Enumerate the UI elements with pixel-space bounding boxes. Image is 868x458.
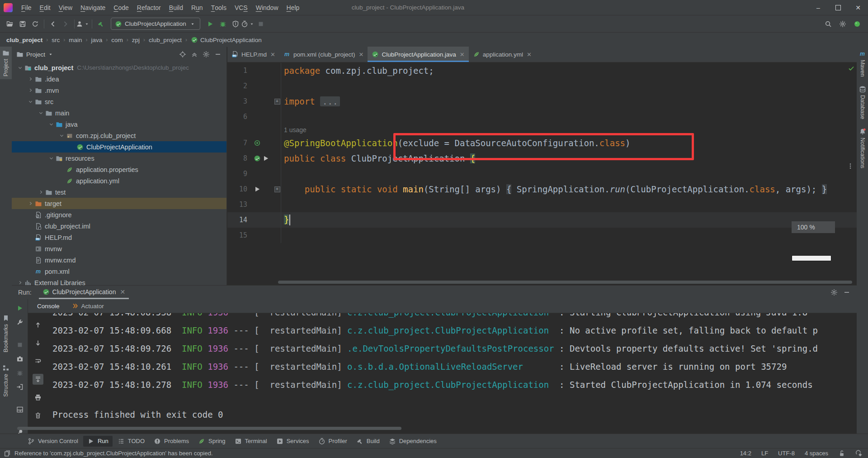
chevron-right-icon[interactable] xyxy=(27,201,34,206)
hide-panel-button[interactable] xyxy=(212,49,224,60)
toolwindow-dependencies[interactable]: Dependencies xyxy=(385,436,441,447)
hammer-button[interactable] xyxy=(94,18,107,30)
toolwindow-build[interactable]: Build xyxy=(352,436,384,447)
line-separator[interactable]: LF xyxy=(761,450,768,457)
close-button[interactable]: ✕ xyxy=(848,0,868,15)
menu-edit[interactable]: Edit xyxy=(36,0,55,15)
sidebar-item-maven[interactable]: m Maven xyxy=(857,50,868,77)
save-button[interactable] xyxy=(16,18,29,30)
tree-item-external-libraries[interactable]: External Libraries xyxy=(12,277,226,285)
open-button[interactable] xyxy=(4,18,16,30)
close-icon[interactable]: ✕ xyxy=(359,51,363,58)
chevron-right-icon[interactable] xyxy=(27,88,34,93)
menu-code[interactable]: Code xyxy=(109,0,132,15)
breadcrumb-item[interactable]: com xyxy=(110,37,124,43)
search-button[interactable] xyxy=(822,18,835,30)
tree-item-src[interactable]: src xyxy=(12,96,226,107)
chevron-right-icon[interactable] xyxy=(37,190,45,195)
tab-pom-xml-club-project-[interactable]: mpom.xml (club_project)✕ xyxy=(279,47,368,62)
breadcrumb-item[interactable]: club_project xyxy=(148,37,183,43)
breadcrumb-item[interactable]: src xyxy=(51,37,61,43)
console-horizontal-scrollbar[interactable] xyxy=(17,427,401,430)
run-gutter-icon[interactable] xyxy=(262,155,269,162)
back-button[interactable] xyxy=(47,18,59,30)
minimize-button[interactable]: – xyxy=(808,0,828,15)
spring-gutter-icon[interactable] xyxy=(254,155,261,162)
sidebar-item-bookmarks[interactable]: Bookmarks xyxy=(0,312,12,355)
tab-help-md[interactable]: MDHELP.md✕ xyxy=(227,47,279,62)
tree-item-club-project-iml[interactable]: club_project.iml xyxy=(12,220,226,232)
chevron-right-icon[interactable] xyxy=(27,76,34,81)
chevron-down-icon[interactable] xyxy=(58,133,66,138)
sidebar-item-notifications[interactable]: Notifications xyxy=(857,128,868,168)
sidebar-item-project[interactable]: Project xyxy=(0,47,12,79)
tree-item-target[interactable]: target xyxy=(12,198,226,209)
menu-view[interactable]: View xyxy=(55,0,76,15)
lock-icon[interactable] xyxy=(838,450,845,457)
fold-toggle-icon[interactable]: + xyxy=(274,186,280,192)
breadcrumb-item[interactable]: ClubProjectApplication xyxy=(190,36,263,43)
chevron-down-icon[interactable] xyxy=(47,51,54,58)
layout-button[interactable] xyxy=(16,406,24,413)
chevron-down-icon[interactable] xyxy=(47,156,55,161)
tree-item--gitignore[interactable]: .gitignore xyxy=(12,209,226,220)
wrap-button[interactable] xyxy=(33,356,43,367)
maximize-button[interactable] xyxy=(828,0,848,15)
toolwindow-todo[interactable]: TODO xyxy=(113,436,149,447)
wrench-button[interactable] xyxy=(16,319,24,326)
tree-item-mvnw-cmd[interactable]: mvnw.cmd xyxy=(12,254,226,266)
close-icon[interactable]: ✕ xyxy=(460,51,465,58)
menu-refactor[interactable]: Refactor xyxy=(133,0,165,15)
collapse-all-button[interactable] xyxy=(189,49,200,60)
up-button[interactable] xyxy=(33,320,43,330)
editor-horizontal-scrollbar[interactable] xyxy=(278,281,852,284)
tree-item-clubprojectapplication[interactable]: ClubProjectApplication xyxy=(12,141,226,153)
run-tab[interactable]: ClubProjectApplication ✕ xyxy=(39,286,129,299)
breadcrumb-item[interactable]: main xyxy=(68,37,83,43)
sync-button[interactable] xyxy=(29,18,42,30)
menu-navigate[interactable]: Navigate xyxy=(76,0,109,15)
tree-item--idea[interactable]: .idea xyxy=(12,73,226,85)
usage-hint[interactable]: 1 usage xyxy=(281,126,307,134)
menu-file[interactable]: File xyxy=(17,0,36,15)
bug-button[interactable] xyxy=(16,369,24,377)
exit-button[interactable] xyxy=(16,383,24,391)
shield-button[interactable] xyxy=(229,18,242,30)
menu-run[interactable]: Run xyxy=(187,0,207,15)
tree-item--mvn[interactable]: .mvn xyxy=(12,85,226,96)
play-button[interactable] xyxy=(16,305,24,312)
chevron-down-icon[interactable] xyxy=(27,99,34,104)
tab-list-icon[interactable] xyxy=(847,47,854,285)
chevron-down-icon[interactable] xyxy=(37,110,45,115)
tree-item-com-zpj-club-project[interactable]: com.zpj.club_project xyxy=(12,130,226,141)
run-configuration-select[interactable]: ClubProjectApplication xyxy=(111,18,200,30)
chevron-down-icon[interactable] xyxy=(16,65,24,70)
trash-button[interactable] xyxy=(33,410,43,421)
breadcrumb-item[interactable]: java xyxy=(90,37,104,43)
stop-button[interactable] xyxy=(255,18,267,30)
tree-item-test[interactable]: test xyxy=(12,186,226,198)
sidebar-item-structure[interactable]: Structure xyxy=(0,362,12,400)
bean-gutter-icon[interactable] xyxy=(254,139,261,147)
toolwindow-services[interactable]: Services xyxy=(272,436,313,447)
tree-item-mvnw[interactable]: mvnw xyxy=(12,243,226,254)
camera-button[interactable] xyxy=(16,355,24,363)
menu-build[interactable]: Build xyxy=(165,0,187,15)
run-minimize-icon[interactable] xyxy=(840,289,853,296)
tree-item-pom-xml[interactable]: mpom.xml xyxy=(12,266,226,277)
tree-item-application-properties[interactable]: application.properties xyxy=(12,164,226,175)
down-button[interactable] xyxy=(33,338,43,348)
sidebar-item-database[interactable]: Database xyxy=(857,86,868,119)
toolwindow-run[interactable]: Run xyxy=(83,436,113,447)
ball-button[interactable] xyxy=(851,18,863,30)
tree-item-application-yml[interactable]: application.yml xyxy=(12,175,226,186)
tree-item-club-project[interactable]: club_projectC:\Users\tianzhongs\Desktop\… xyxy=(12,62,226,73)
toolwindow-spring[interactable]: Spring xyxy=(194,436,230,447)
menu-help[interactable]: Help xyxy=(283,0,304,15)
scrollend-button[interactable] xyxy=(33,374,43,385)
caret-position[interactable]: 14:2 xyxy=(740,450,751,457)
person-button[interactable] xyxy=(77,18,90,30)
breadcrumb-item[interactable]: zpj xyxy=(131,37,141,43)
print-button[interactable] xyxy=(33,392,43,403)
tree-item-help-md[interactable]: MDHELP.md xyxy=(12,232,226,243)
